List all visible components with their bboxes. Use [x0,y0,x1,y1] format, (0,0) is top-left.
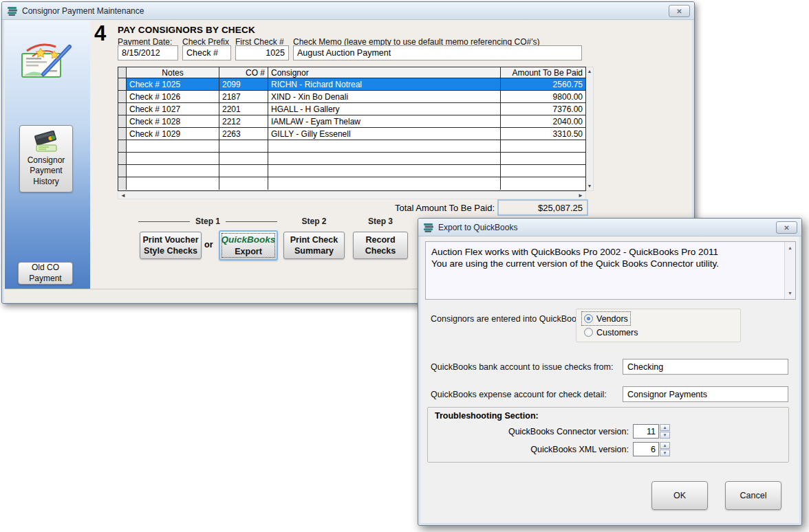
table-row-empty [118,140,585,153]
grid-cell[interactable]: Check # 1027 [127,103,219,115]
grid-cell[interactable]: 3310.50 [501,128,585,140]
check-wand-icon [20,40,75,87]
grid-cell [501,177,585,190]
total-label: Total Amount To Be Paid: [346,203,495,213]
spin-up-icon[interactable]: ▲ [660,424,670,431]
grid-cell[interactable]: Check # 1028 [127,115,219,127]
check-memo-input[interactable]: August Auction Payment [293,45,582,60]
grid-cell [127,165,219,177]
table-row[interactable]: Check # 10252099RICHN - Richard Notreal2… [118,78,585,91]
grid-cell[interactable]: 7376.00 [501,103,585,115]
radio-vendors-label: Vendors [596,314,628,324]
column-header-consignor[interactable]: Consignor [268,67,501,78]
column-header-notes[interactable]: Notes [127,67,219,78]
consignor-grid: Notes CO # Consignor Amount To Be Paid C… [118,67,594,191]
quickbooks-export-text: Export [235,246,262,257]
grid-horizontal-scrollbar[interactable]: ◄ ► [118,191,586,199]
spin-up-icon[interactable]: ▲ [660,442,670,449]
radio-vendors[interactable]: Vendors [582,312,630,325]
grid-cell [268,177,501,190]
consignor-payment-history-button[interactable]: Consignor Payment History [19,125,73,192]
grid-cell[interactable]: 2040.00 [501,115,585,127]
scroll-right-icon[interactable]: ► [578,192,583,199]
checkbook-icon [31,131,61,153]
table-row-empty [118,153,585,165]
grid-cell[interactable]: 2099 [219,78,268,90]
step1-text: Step 1 [195,217,220,226]
grid-cell[interactable]: 9800.00 [501,91,585,102]
radio-selected-icon[interactable] [584,314,593,323]
print-voucher-style-checks-button[interactable]: Print Voucher Style Checks [140,232,202,259]
grid-cell[interactable]: IAMLAW - Eyam Thelaw [268,115,501,127]
scroll-up-icon[interactable]: ▲ [785,243,795,253]
header-selector [118,67,127,78]
row-selector[interactable] [118,78,127,90]
check-prefix-input[interactable]: Check # [182,45,231,60]
radio-unselected-icon[interactable] [584,328,593,337]
row-selector[interactable] [118,103,127,115]
export-dialog: Export to QuickBooks ✕ Auction Flex work… [418,218,802,526]
scroll-down-icon[interactable]: ▼ [586,183,593,190]
old-co-button-label: Old CO Payment [29,263,61,284]
dialog-titlebar[interactable]: Export to QuickBooks ✕ [418,219,801,236]
table-row[interactable]: Check # 10262187XIND - Xin Bo Denali9800… [118,91,585,103]
table-row[interactable]: Check # 10272201HGALL - H Gallery7376.00 [118,103,585,115]
xml-version-input[interactable]: 6 [633,442,659,456]
first-check-input[interactable]: 1025 [235,45,289,60]
grid-cell [219,165,268,177]
scroll-down-icon[interactable]: ▼ [785,288,795,298]
spin-down-icon[interactable]: ▼ [660,432,670,439]
radio-customers[interactable]: Customers [582,326,640,339]
grid-cell [219,140,268,152]
old-co-payment-button[interactable]: Old CO Payment [18,262,73,285]
step1-heading: Step 1 [138,217,277,226]
expense-account-label: QuickBooks expense account for check det… [431,390,607,399]
grid-cell[interactable]: HGALL - H Gallery [268,103,501,115]
ok-button[interactable]: OK [651,481,708,510]
compatibility-info-text: Auction Flex works with QuickBooks Pro 2… [431,246,780,269]
info-scrollbar[interactable]: ▲ ▼ [784,242,795,299]
close-icon[interactable]: ✕ [776,221,797,234]
payment-date-input[interactable]: 8/15/2012 [118,45,178,60]
grid-cell[interactable]: 2263 [219,128,268,140]
expense-account-input[interactable]: Consignor Payments [623,386,788,402]
record-checks-label: Record Checks [365,234,396,257]
table-row[interactable]: Check # 10282212IAMLAW - Eyam Thelaw2040… [118,115,585,128]
grid-cell[interactable]: 2201 [219,103,268,115]
grid-vertical-scrollbar[interactable]: ▲ ▼ [586,67,594,191]
grid-cell[interactable]: Check # 1025 [127,78,219,90]
step1-line-right [226,221,277,222]
cancel-button[interactable]: Cancel [725,481,781,510]
bank-account-input[interactable]: Checking [623,359,788,375]
spin-down-icon[interactable]: ▼ [660,450,670,456]
print-check-summary-button[interactable]: Print Check Summary [283,232,345,259]
grid-cell [268,153,501,164]
close-icon[interactable]: ✕ [669,5,690,17]
row-selector[interactable] [118,115,127,127]
record-checks-button[interactable]: Record Checks [353,232,408,259]
table-row[interactable]: Check # 10292263GILLY - Gilly Essenell33… [118,128,585,140]
row-selector [118,165,127,177]
scroll-up-icon[interactable]: ▲ [586,68,593,75]
connector-version-input[interactable]: 11 [633,424,659,439]
grid-cell [501,165,585,177]
or-label: or [204,240,213,250]
grid-cell[interactable]: 2212 [219,115,268,127]
grid-cell[interactable]: 2560.75 [501,78,585,90]
grid-cell[interactable]: XIND - Xin Bo Denali [268,91,501,102]
column-header-co[interactable]: CO # [219,67,268,78]
grid-cell[interactable]: Check # 1029 [127,128,219,140]
grid-cell[interactable]: GILLY - Gilly Essenell [268,128,501,140]
grid-cell[interactable]: Check # 1026 [127,91,219,102]
scroll-left-icon[interactable]: ◄ [120,192,126,199]
row-selector[interactable] [118,128,127,140]
grid-cell[interactable]: 2187 [219,91,268,102]
row-selector[interactable] [118,91,127,102]
main-titlebar[interactable]: Consignor Payment Maintenance ✕ [2,2,694,20]
column-header-amount[interactable]: Amount To Be Paid [501,67,585,78]
grid-cell[interactable]: RICHN - Richard Notreal [268,78,501,90]
grid-cell [219,153,268,164]
radio-customers-label: Customers [596,328,638,337]
quickbooks-export-button[interactable]: QuickBooks Export [219,230,278,261]
step2-text: Step 2 [301,217,326,226]
